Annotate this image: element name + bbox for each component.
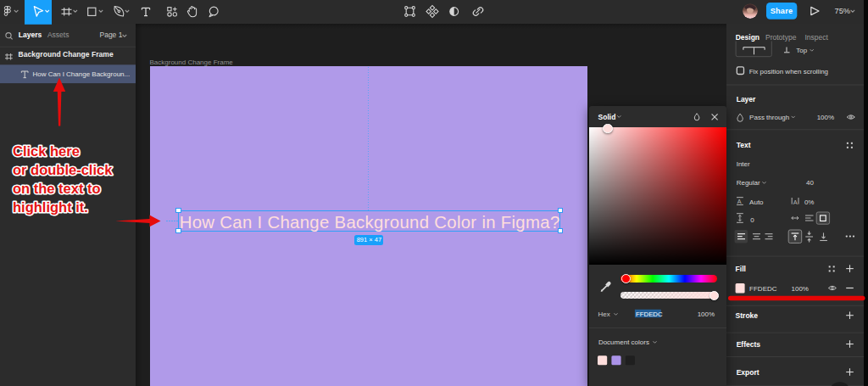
svg-text:Document colors: Document colors [598,338,649,346]
svg-text:Share: Share [771,7,793,15]
svg-text:Auto: Auto [749,199,764,206]
svg-text:100%: 100% [698,310,715,318]
svg-text:Top: Top [796,47,807,54]
svg-text:Inspect: Inspect [804,32,828,41]
svg-text:Export: Export [736,367,759,376]
svg-text:Inter: Inter [736,160,749,168]
svg-text:Stroke: Stroke [735,310,758,319]
svg-text:40: 40 [806,179,814,187]
svg-text:0%: 0% [804,199,814,206]
svg-text:0: 0 [750,215,754,223]
svg-text:Prototype: Prototype [765,32,797,41]
svg-text:75%: 75% [835,7,851,15]
svg-text:FFDEDC: FFDEDC [636,310,663,317]
svg-text:100%: 100% [791,285,808,293]
svg-text:Fix position when scrolling: Fix position when scrolling [748,67,827,75]
svg-text:Hex: Hex [598,310,609,318]
svg-text:Fill: Fill [735,264,745,272]
svg-text:Design: Design [735,32,759,41]
svg-text:Text: Text [736,141,750,149]
svg-text:Layer: Layer [736,94,755,103]
svg-text:Pass through: Pass through [749,114,789,121]
svg-text:A: A [737,198,741,205]
svg-text:Effects: Effects [736,339,760,348]
svg-text:FFDEDC: FFDEDC [749,285,777,293]
svg-text:Solid: Solid [598,113,615,121]
svg-text:A: A [793,198,797,205]
svg-text:100%: 100% [816,114,833,121]
svg-text:Regular: Regular [736,179,760,187]
